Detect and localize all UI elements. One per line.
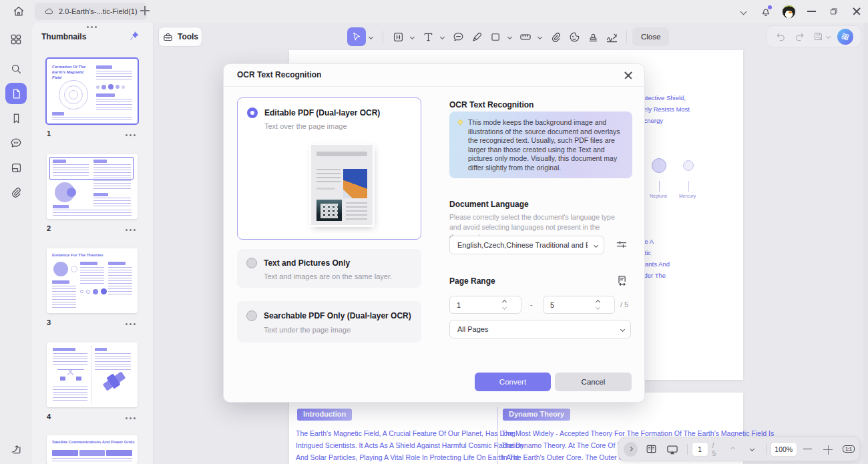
- select-tool-dropdown[interactable]: [366, 35, 375, 39]
- thumbnail-page-2[interactable]: [47, 154, 138, 219]
- expand-bar-button[interactable]: [624, 442, 638, 457]
- pin-button[interactable]: [129, 31, 140, 44]
- option-text-and-pictures[interactable]: Text and Pictures Only Text and images a…: [237, 249, 421, 288]
- zoom-out-button[interactable]: [797, 449, 817, 450]
- page-number: 1: [698, 445, 702, 453]
- language-settings-button[interactable]: [615, 238, 628, 254]
- shape-tool-dropdown[interactable]: [505, 35, 514, 39]
- thumbnail-page-1[interactable]: Formation Of The Earth's Magnetic Field: [47, 59, 138, 124]
- home-button[interactable]: [7, 3, 31, 20]
- stepper-up-icon[interactable]: [501, 300, 506, 304]
- language-select[interactable]: English,Czech,Chinese Traditional and En…: [449, 236, 604, 254]
- planet-label: Neptune: [650, 194, 667, 198]
- maximize-button[interactable]: [823, 0, 845, 23]
- thumbnails-panel: Thumbnails Formation Of The Earth's Magn…: [32, 23, 154, 464]
- signature-icon: [605, 30, 619, 44]
- text-tool-dropdown[interactable]: [437, 35, 447, 39]
- page-number-input[interactable]: 1: [692, 442, 708, 457]
- zoom-level[interactable]: 100%: [771, 442, 797, 457]
- comment-tool-button[interactable]: [449, 27, 467, 46]
- radio-selected-icon[interactable]: [247, 107, 258, 118]
- notification-dot: [768, 5, 772, 9]
- range-separator: -: [530, 300, 533, 308]
- page-range-picker-button[interactable]: [616, 274, 629, 290]
- scrollbar[interactable]: [863, 23, 868, 464]
- account-button[interactable]: [777, 0, 800, 23]
- select-tool-button[interactable]: [347, 27, 366, 46]
- panel-drag-handle[interactable]: [87, 26, 89, 28]
- titlebar-chevron-button[interactable]: [732, 0, 754, 23]
- option-desc: Text over the page image: [264, 122, 347, 130]
- thumbnail-page-4[interactable]: [47, 342, 138, 407]
- sidebar-item-attachments[interactable]: [5, 182, 27, 203]
- sticker-tool-button[interactable]: [565, 27, 584, 46]
- text-tool-button[interactable]: [419, 27, 437, 46]
- stamp-tool-button[interactable]: [584, 27, 602, 46]
- presentation-button[interactable]: [661, 443, 682, 456]
- comment-bubble-icon: [452, 31, 465, 43]
- attachment-tool-button[interactable]: [546, 27, 565, 46]
- cancel-button[interactable]: Cancel: [555, 373, 632, 391]
- document-tab[interactable]: 2.0-Earth's-...tic-Field(1): [35, 3, 147, 20]
- range-to-input[interactable]: [544, 301, 590, 309]
- dialog-close-button[interactable]: [622, 69, 635, 82]
- two-page-view-button[interactable]: [641, 443, 661, 455]
- planet-label: Mercury: [679, 194, 696, 198]
- shape-tool-button[interactable]: [486, 27, 505, 46]
- statusbar-divider: [766, 444, 767, 455]
- thumbnail-3-menu[interactable]: [126, 323, 128, 325]
- save-icon: [813, 31, 824, 42]
- cancel-label: Cancel: [582, 378, 606, 386]
- stepper-down-icon[interactable]: [501, 305, 506, 310]
- range-from-stepper[interactable]: [449, 296, 521, 314]
- sidebar-item-apps[interactable]: [5, 29, 27, 50]
- undo-icon[interactable]: [775, 31, 787, 43]
- minimize-button[interactable]: [800, 0, 823, 23]
- heading-tool-button[interactable]: [389, 27, 407, 46]
- convert-button[interactable]: Convert: [475, 373, 551, 391]
- save-button[interactable]: [813, 31, 830, 42]
- thumbnail-page-5[interactable]: Satellite Communications And Power Grids: [47, 435, 138, 464]
- sidebar-item-comments[interactable]: [5, 132, 27, 154]
- radio-unselected-icon[interactable]: [246, 310, 257, 321]
- measure-tool-button[interactable]: [516, 27, 535, 46]
- thumbnail-2-menu[interactable]: [126, 229, 128, 231]
- stepper-up-icon[interactable]: [595, 300, 600, 304]
- measure-tool-dropdown[interactable]: [535, 35, 544, 39]
- redo-icon[interactable]: [794, 31, 806, 43]
- new-tab-button[interactable]: [140, 6, 151, 17]
- close-window-button[interactable]: [845, 0, 868, 23]
- stepper-down-icon[interactable]: [595, 305, 600, 310]
- language-select-chevron[interactable]: [588, 244, 604, 247]
- highlight-tool-button[interactable]: [467, 27, 486, 46]
- option-searchable-pdf[interactable]: Searchable PDF Only (Dual-layer OCR) Tex…: [237, 301, 421, 342]
- close-tools-button[interactable]: Close: [632, 27, 669, 46]
- sidebar-item-bookmarks[interactable]: [5, 107, 27, 129]
- range-to-stepper[interactable]: [543, 296, 615, 314]
- page-mode-chevron[interactable]: [614, 328, 630, 331]
- text-icon: [422, 31, 435, 43]
- heading-tool-dropdown[interactable]: [407, 35, 417, 39]
- sidebar-item-thumbnails[interactable]: [5, 83, 27, 104]
- sidebar-item-fields[interactable]: [5, 157, 27, 178]
- search-icon: [9, 62, 23, 75]
- zoom-in-button[interactable]: [817, 445, 837, 453]
- avatar: [782, 5, 796, 19]
- ai-assistant-button[interactable]: [837, 29, 853, 45]
- thumbnail-4-menu[interactable]: [126, 417, 128, 419]
- range-total: / 5: [620, 300, 628, 308]
- sidebar-item-search[interactable]: [5, 58, 27, 79]
- thumbnail-1-menu[interactable]: [126, 134, 128, 136]
- option-editable-pdf[interactable]: Editable PDF (Dual-layer OCR) Text over …: [237, 97, 421, 240]
- thumbnail-page-3[interactable]: Evidence For The Theories: [47, 248, 138, 313]
- tools-button[interactable]: Tools: [158, 27, 202, 47]
- previous-page-button[interactable]: [724, 447, 743, 451]
- actual-size-button[interactable]: 1:1: [838, 445, 859, 453]
- page-mode-select[interactable]: All Pages: [449, 320, 631, 338]
- range-from-input[interactable]: [450, 301, 497, 309]
- next-page-button[interactable]: [742, 447, 762, 451]
- signature-tool-button[interactable]: [602, 27, 621, 46]
- sidebar-item-page-organize[interactable]: [5, 438, 27, 459]
- notifications-button[interactable]: [754, 0, 777, 23]
- radio-unselected-icon[interactable]: [246, 258, 257, 268]
